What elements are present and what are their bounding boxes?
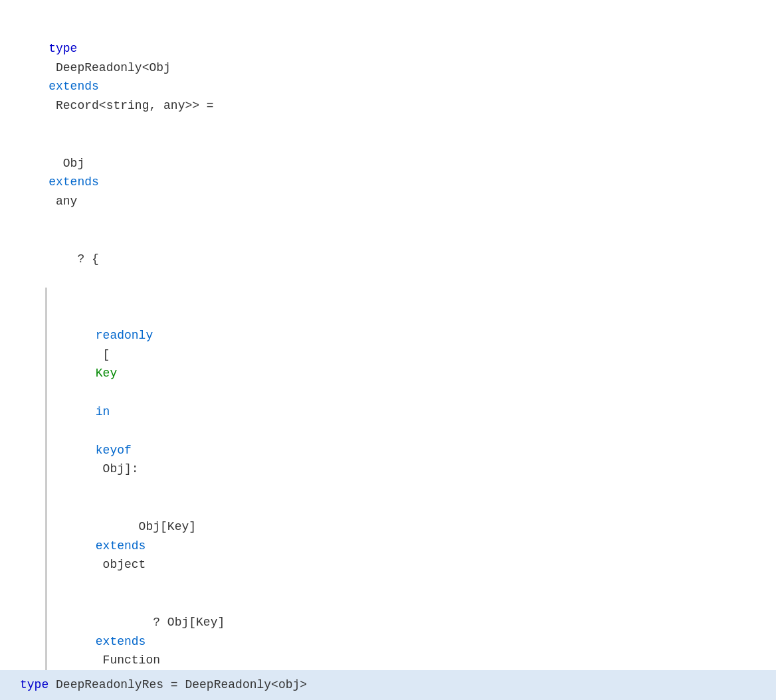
bottom-bar: type DeepReadonlyRes = DeepReadonly<obj> bbox=[0, 670, 776, 700]
keyword-extends-4: extends bbox=[96, 635, 146, 648]
code-text: ? { bbox=[48, 252, 99, 266]
code-text: [ bbox=[96, 348, 110, 361]
code-text: DeepReadonly<Obj bbox=[48, 61, 177, 74]
code-container: type DeepReadonly<Obj extends Record<str… bbox=[0, 0, 776, 700]
code-text: object bbox=[96, 558, 146, 571]
code-line-1: type DeepReadonly<Obj extends Record<str… bbox=[20, 20, 756, 135]
code-line-3: ? { bbox=[20, 230, 756, 288]
keyword-in: in bbox=[96, 405, 110, 418]
keyword-readonly-1: readonly bbox=[96, 329, 153, 342]
code-text: Function bbox=[96, 654, 160, 667]
code-text: Record<string, any>> = bbox=[48, 99, 213, 112]
keyword-extends-2: extends bbox=[48, 175, 99, 189]
code-text: Obj bbox=[48, 157, 92, 170]
keyword-key: Key bbox=[96, 367, 117, 380]
code-text: Obj]: bbox=[96, 462, 139, 476]
keyword-type-bottom: type bbox=[20, 678, 48, 691]
code-text bbox=[96, 309, 110, 323]
keyword-keyof: keyof bbox=[96, 444, 132, 457]
bottom-bar-text: DeepReadonlyRes = DeepReadonly<obj> bbox=[56, 678, 307, 691]
code-line-4: readonly [ Key in keyof Obj]: bbox=[47, 288, 756, 498]
keyword-type-1: type bbox=[48, 42, 77, 55]
code-line-5: Obj[Key] extends object bbox=[47, 498, 756, 594]
code-text bbox=[96, 386, 103, 399]
code-line-2: Obj extends any bbox=[20, 135, 756, 230]
code-text: Obj[Key] bbox=[96, 520, 203, 533]
keyword-extends-1: extends bbox=[48, 80, 99, 93]
code-text bbox=[96, 424, 103, 438]
keyword-extends-3: extends bbox=[96, 539, 146, 553]
code-text: any bbox=[48, 195, 77, 208]
code-text: ? Obj[Key] bbox=[96, 616, 232, 629]
